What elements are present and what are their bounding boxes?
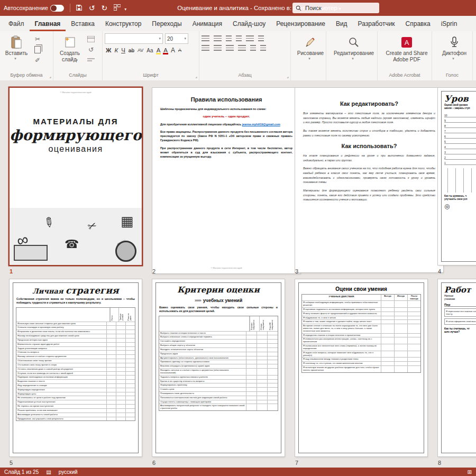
slide-number-8: 8 [438,460,441,466]
format-painter-icon[interactable]: ✐ [33,56,42,65]
table-cell-empty [381,362,395,365]
align-center-icon[interactable] [214,45,222,51]
tab-home[interactable]: Главная [30,17,66,31]
slide-number-3: 3 [295,268,298,274]
table-cell-empty [395,351,408,358]
align-left-icon[interactable] [202,45,209,51]
table-cell-empty [381,320,395,324]
tab-insert[interactable]: Вставка [66,17,100,31]
tab-slideshow[interactable]: Слайд-шоу [227,17,271,31]
table-cell-text: Успешно планирую и организую свою работу [16,326,107,329]
group-label-designer: Констру [473,71,476,80]
tab-review[interactable]: Рецензирование [271,17,331,31]
undo-icon[interactable]: ↺ [86,4,98,12]
align-right-icon[interactable] [226,45,234,51]
highlight-color-button[interactable]: А [157,47,161,53]
table-cell-empty [126,326,135,329]
table-row: Принимать критику со стороны одноклассни… [159,360,278,364]
notes-icon[interactable]: ▤ [46,469,51,475]
table-cell-empty [257,348,268,352]
strikethrough-button[interactable]: ab [129,48,134,53]
table-row: Решаю проблемы, если они возникают [16,409,135,413]
search-input[interactable] [292,3,379,13]
reset-slide-icon[interactable]: ↺ [86,45,96,54]
slide-thumbnail-2[interactable]: Правила использования Шаблоны предназнач… [152,88,300,273]
table-cell-empty [126,343,135,346]
slide-thumbnail-6[interactable]: Критерии оценки »»»учебных умений Важно … [152,279,285,456]
cut-icon[interactable]: ✂ [33,35,42,43]
drawing-button[interactable]: Рисование ▾ [295,33,326,62]
smartart-convert-icon[interactable] [260,45,266,51]
columns-icon[interactable] [250,45,256,51]
slide-sorter-canvas[interactable]: © Магазин педагогических идей МАТЕРИАЛЫ … [0,80,476,468]
table-cell-text: Отвечаю на вопросы [16,351,107,354]
numbering-icon[interactable] [214,35,222,41]
italic-button[interactable]: К [114,47,118,53]
slide-thumbnail-1[interactable]: © Магазин педагогических идей МАТЕРИАЛЫ … [10,88,142,265]
increase-indent-icon[interactable] [236,35,242,41]
dictate-button[interactable]: Диктофон ▾ [440,33,469,62]
table-row: Ставить цели [159,388,278,392]
change-case-button[interactable]: Аа [147,48,153,53]
slide-thumbnail-7[interactable]: Оцени свои умения УЧЕБНЫЕ ДЕЙСТВИЯ Всегд… [295,279,427,456]
tab-file[interactable]: Файл [3,17,30,31]
slide-sorter-icon[interactable]: ▾ [111,4,130,12]
table-cell-empty [107,396,116,400]
autosave-toggle[interactable] [50,5,64,12]
table-cell-empty [408,366,420,372]
view-buttons-icon[interactable]: ⊞ [468,469,472,475]
table-cell-empty [381,308,395,312]
decrease-indent-icon[interactable] [226,35,232,41]
section-icon[interactable] [86,56,96,65]
table-cell-empty [257,335,268,339]
font-color-button[interactable]: А [163,47,168,53]
slide-thumbnail-5[interactable]: Личная стратегия Собственная стратегия в… [10,279,142,456]
font-name-select[interactable]: ▾ [105,33,163,44]
tab-design[interactable]: Конструктор [100,17,147,31]
font-size-select[interactable]: 20▾ [165,33,188,44]
table-cell-text: Выделяю главное в тексте [16,380,107,383]
tab-transitions[interactable]: Переходы [147,17,187,31]
table-cell-empty [126,347,135,351]
table-cell-empty [395,301,408,307]
cover-photo-collage: ∞ ✎ ☎ ☕ ▦ ✂ [10,208,142,265]
tab-view[interactable]: Вид [331,17,353,31]
new-slide-button[interactable]: Создать слайд ▾ [56,33,84,63]
char-spacing-button[interactable]: AV [138,48,143,53]
save-icon[interactable] [72,4,86,12]
line-spacing-icon[interactable] [246,35,254,41]
table-row: Кратко и по существу отвечать на вопросы [159,380,278,384]
table-cell-empty [107,400,116,404]
table-cell-empty [257,340,268,343]
underline-button[interactable]: Ч [121,47,125,53]
table-cell-empty [268,369,278,375]
tab-animations[interactable]: Анимация [187,17,227,31]
copy-icon[interactable] [33,45,42,54]
table-cell-empty [107,376,116,379]
text-direction-icon[interactable] [258,35,264,41]
slide-thumbnail-4[interactable]: Уров Оцени свой уровеншколе – закрась ст… [438,88,476,265]
tab-developer[interactable]: Разработчик [353,17,400,31]
slide-thumbnail-3[interactable]: Как редактировать? Все элементы материал… [295,88,443,272]
justify-icon[interactable] [238,45,246,51]
tab-isprin[interactable]: iSprin [436,17,463,31]
slide-thumbnail-8[interactable]: Работ Напишиученикам Пер Я пересказал вс… [438,279,476,456]
bold-button[interactable]: Ж [106,47,111,53]
search-field[interactable] [304,4,364,12]
clear-formatting-button[interactable]: А [178,48,181,53]
create-pdf-button[interactable]: A Create and Share Adobe PDF [383,33,431,63]
layout-icon[interactable] [86,35,96,43]
table-cell-empty [257,380,268,383]
table-cell-text: Использую свои сильные стороны для дости… [16,322,107,326]
grow-font-button[interactable]: А [171,47,175,54]
editing-button[interactable]: Редактирование ▾ [331,33,377,62]
table-row: Формулирую определения [16,388,135,392]
tab-help[interactable]: Справка [400,17,436,31]
table-cell-empty [408,316,420,320]
paste-button[interactable]: Вставить ▾ [2,33,31,62]
language-indicator[interactable]: русский [59,469,78,475]
table-cell-text: Предлагаю интересные идеи [16,338,107,342]
redo-icon[interactable]: ↻ [98,4,111,12]
bullets-icon[interactable] [202,35,209,41]
table-cell-empty [268,380,278,383]
